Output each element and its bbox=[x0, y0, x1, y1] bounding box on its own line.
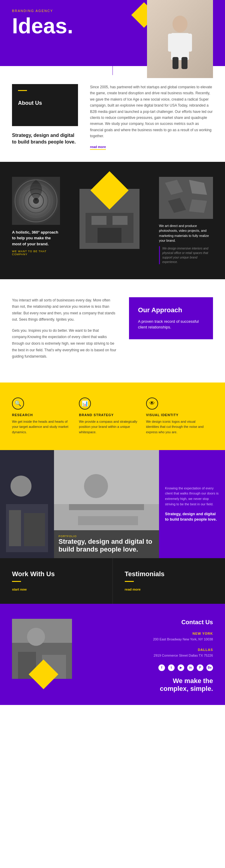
svg-point-23 bbox=[10, 475, 32, 497]
brand-strategy-label: BRAND STRATEGY bbox=[79, 413, 140, 417]
service-left-desc: A holistic, 360° approach to help you ma… bbox=[12, 229, 60, 247]
footer-image bbox=[12, 619, 72, 679]
approach-text1: You interact with all sorts of businesse… bbox=[12, 297, 117, 323]
footer-section: Contact Us NEW YORK 200 East Broadway Ne… bbox=[0, 604, 225, 705]
icon-item-brand: 📊 BRAND STRATEGY We provide a compass an… bbox=[79, 398, 146, 435]
hero-section: BRANDING AGENCY Ideas. bbox=[0, 0, 225, 66]
footer-slogan: We make the complex, simple. bbox=[84, 677, 213, 693]
testimonials-title: Testimonials bbox=[125, 570, 213, 578]
portfolio-right-tagline: Strategy, design and digital to build br… bbox=[165, 511, 219, 522]
work-testimonials-section: Work With Us start now Testimonials read… bbox=[0, 558, 225, 604]
svg-rect-5 bbox=[182, 57, 188, 69]
work-title: Work With Us bbox=[12, 570, 100, 578]
about-tagline: Strategy, design and digital to build br… bbox=[12, 132, 84, 146]
approach-box: Our Approach A proven track record of su… bbox=[129, 297, 213, 339]
hero-image bbox=[147, 0, 213, 78]
service-right-col: We art direct and produce photoshoots, v… bbox=[159, 177, 213, 264]
portfolio-label: PORTFOLIO bbox=[59, 535, 155, 538]
visual-identity-icon: 👁 bbox=[146, 398, 158, 409]
portfolio-right-text: Knowing the expectation of every client … bbox=[165, 486, 219, 507]
brand-strategy-desc: We provide a compass and strategically p… bbox=[79, 419, 140, 435]
footer-slogan-line2: complex, simple. bbox=[84, 685, 213, 693]
start-now-link[interactable]: start now bbox=[12, 588, 27, 591]
abstract-image bbox=[159, 177, 213, 219]
svg-rect-14 bbox=[112, 216, 128, 225]
svg-point-34 bbox=[27, 628, 45, 646]
svg-rect-26 bbox=[24, 513, 45, 546]
footer-city2: DALLAS bbox=[84, 648, 213, 652]
service-right-small: We design immersive interiors and physic… bbox=[159, 246, 213, 264]
about-right-col: Since 2005, has partnered with hot start… bbox=[84, 84, 225, 150]
about-left-col: About Us Strategy, design and digital to… bbox=[0, 84, 84, 150]
read-more-link[interactable]: read more bbox=[90, 145, 106, 150]
work-title-line bbox=[12, 581, 21, 582]
portfolio-middle-image: PORTFOLIO Strategy, design and digital t… bbox=[54, 450, 159, 558]
icon-item-research: 🔍 RESEARCH We get inside the heads and h… bbox=[12, 398, 79, 435]
service-left-col: A holistic, 360° approach to help you ma… bbox=[12, 177, 60, 256]
brand-strategy-icon: 📊 bbox=[79, 398, 91, 409]
svg-marker-21 bbox=[189, 199, 207, 213]
youtube-icon[interactable]: ▶ bbox=[178, 664, 184, 671]
spiral-icon bbox=[12, 177, 60, 225]
svg-rect-30 bbox=[69, 504, 144, 510]
research-label: RESEARCH bbox=[12, 413, 73, 417]
behance-icon[interactable]: Be bbox=[206, 664, 213, 671]
footer-address1: 200 East Broadway New York, NY 10038 bbox=[84, 637, 213, 642]
service-middle-col bbox=[66, 177, 153, 249]
icon-item-visual: 👁 VISUAL IDENTITY We design iconic logos… bbox=[146, 398, 213, 435]
svg-rect-2 bbox=[168, 34, 174, 52]
research-desc: We get inside the heads and hearts of yo… bbox=[12, 419, 73, 435]
approach-section: You interact with all sorts of businesse… bbox=[0, 279, 225, 382]
work-with-us-box: Work With Us start now bbox=[0, 558, 113, 604]
portfolio-title: Strategy, design and digital to build br… bbox=[59, 538, 155, 554]
pinterest-icon[interactable]: P bbox=[197, 664, 203, 671]
instagram-icon[interactable]: in bbox=[187, 664, 194, 671]
spiral-image bbox=[12, 177, 60, 225]
approach-box-title: Our Approach bbox=[138, 306, 204, 314]
spiral-photo bbox=[12, 177, 60, 225]
icons-section: 🔍 RESEARCH We get inside the heads and h… bbox=[0, 382, 225, 450]
twitter-icon[interactable]: t bbox=[168, 664, 174, 671]
service-right-desc: We art direct and produce photoshoots, v… bbox=[159, 223, 213, 243]
about-box-line bbox=[18, 90, 27, 91]
about-box: About Us bbox=[12, 84, 78, 126]
abstract-icon bbox=[159, 177, 213, 219]
svg-point-0 bbox=[172, 16, 188, 32]
research-icon: 🔍 bbox=[12, 398, 24, 409]
footer-slogan-line1: We make the bbox=[84, 677, 213, 685]
approach-right-col: Our Approach A proven track record of su… bbox=[129, 297, 213, 365]
svg-rect-31 bbox=[78, 516, 138, 525]
facebook-icon[interactable]: f bbox=[158, 664, 165, 671]
footer-right-col: Contact Us NEW YORK 200 East Broadway Ne… bbox=[72, 619, 213, 693]
visual-identity-desc: We design iconic logos and visual identi… bbox=[146, 419, 207, 435]
visual-identity-label: VISUAL IDENTITY bbox=[146, 413, 207, 417]
footer-address2: 2919 Commerce Street Dallas TX 75226 bbox=[84, 653, 213, 658]
services-grid: A holistic, 360° approach to help you ma… bbox=[12, 177, 213, 264]
svg-rect-25 bbox=[9, 510, 21, 546]
approach-box-sub: A proven track record of successful clie… bbox=[138, 318, 204, 330]
testimonials-line bbox=[125, 581, 134, 582]
social-icons-row: f t ▶ in P Be bbox=[84, 664, 213, 671]
approach-left-col: You interact with all sorts of businesse… bbox=[12, 297, 117, 365]
we-want-label: WE WANT TO BE THAT COMPANY bbox=[12, 250, 60, 256]
footer-city1: NEW YORK bbox=[84, 632, 213, 635]
abstract-photo bbox=[159, 177, 213, 219]
services-section: A holistic, 360° approach to help you ma… bbox=[0, 162, 225, 279]
about-box-title: About Us bbox=[18, 100, 72, 106]
about-section: About Us Strategy, design and digital to… bbox=[0, 66, 225, 162]
approach-text2: Gets you. Inspires you to do better. We … bbox=[12, 328, 117, 360]
svg-rect-3 bbox=[186, 34, 192, 52]
person-silhouette-icon bbox=[162, 9, 198, 69]
portfolio-left-photo bbox=[0, 450, 54, 558]
footer-contact-title: Contact Us bbox=[84, 619, 213, 626]
read-more-testimonials-link[interactable]: read more bbox=[125, 588, 141, 591]
hero-person-photo bbox=[147, 0, 213, 78]
portfolio-left-image bbox=[0, 450, 54, 558]
portfolio-section: PORTFOLIO Strategy, design and digital t… bbox=[0, 450, 225, 558]
svg-rect-15 bbox=[97, 228, 122, 243]
portfolio-overlay: PORTFOLIO Strategy, design and digital t… bbox=[54, 530, 159, 558]
about-text: Since 2005, has partnered with hot start… bbox=[90, 84, 213, 139]
svg-rect-13 bbox=[92, 216, 106, 225]
hero-line-divider bbox=[112, 57, 113, 75]
svg-rect-4 bbox=[172, 57, 179, 69]
